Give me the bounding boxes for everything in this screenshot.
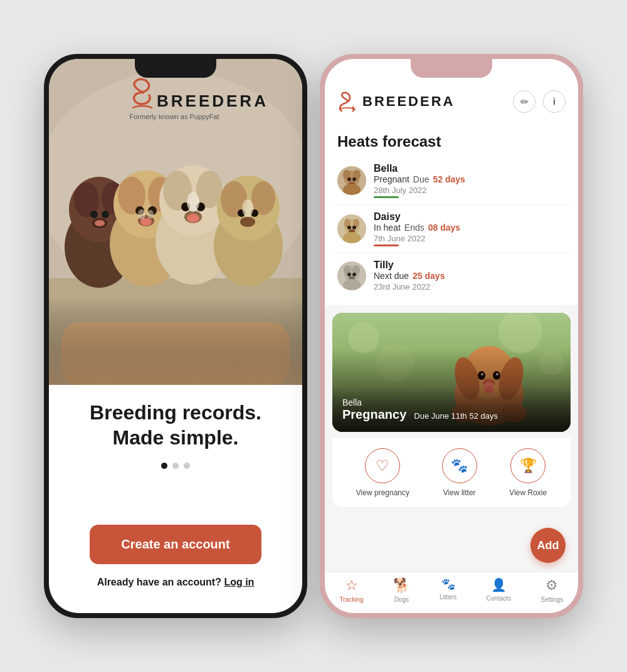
bella-name: Bella <box>374 163 566 174</box>
svg-rect-40 <box>49 297 302 385</box>
header-icons: ✏ i <box>513 90 566 113</box>
daisy-status: In heat Ends 08 days <box>374 223 566 233</box>
left-screen: BREEDERA Formerly known as PuppyFat Bree… <box>49 59 302 613</box>
notch-left <box>135 59 216 78</box>
dot-3[interactable] <box>184 463 190 469</box>
daisy-bar <box>374 244 399 246</box>
action-buttons: ♡ View pregnancy 🐾 View litter 🏆 View Ro… <box>332 438 571 507</box>
nav-settings-label: Settings <box>540 596 563 603</box>
heart-icon: ♡ <box>376 457 389 475</box>
svg-point-38 <box>240 217 255 227</box>
heat-item-tilly[interactable]: Tilly Next due 25 days 23rd June 2022 <box>332 253 571 298</box>
tilly-info: Tilly Next due 25 days 23rd June 2022 <box>374 260 566 291</box>
svg-point-56 <box>352 226 356 229</box>
create-account-button[interactable]: Create an account <box>90 525 261 564</box>
view-pregnancy-button[interactable]: ♡ View pregnancy <box>356 448 409 497</box>
svg-point-63 <box>347 273 351 276</box>
view-roxie-button[interactable]: 🏆 View Roxie <box>509 448 547 497</box>
right-phone: BREEDERA ✏ i Heats forecast <box>320 54 583 618</box>
svg-point-9 <box>90 211 98 218</box>
login-link[interactable]: Log in <box>224 577 254 587</box>
right-logo: BREEDERA <box>337 92 455 112</box>
bella-days: 52 days <box>433 174 465 184</box>
dot-2[interactable] <box>172 463 179 469</box>
card-dog-name: Bella <box>342 397 561 407</box>
heat-item-bella[interactable]: Bella Pregnant Due 52 days 28th July 202… <box>332 157 571 205</box>
litters-icon: 🐾 <box>441 577 455 591</box>
svg-point-48 <box>352 177 356 181</box>
right-logo-text: BREEDERA <box>362 93 455 110</box>
nav-dogs[interactable]: 🐕 Dogs <box>393 577 410 603</box>
svg-point-10 <box>102 211 109 218</box>
bella-pregnancy-card[interactable]: Bella Pregnancy Due June 11th 52 days <box>332 313 571 432</box>
svg-text:Formerly known as PuppyFat: Formerly known as PuppyFat <box>129 113 219 120</box>
tilly-name: Tilly <box>374 260 566 271</box>
pregnancy-icon-circle: ♡ <box>365 448 400 483</box>
tilly-days: 25 days <box>413 271 445 281</box>
settings-icon: ⚙ <box>545 577 558 594</box>
svg-point-31 <box>187 192 199 212</box>
view-pregnancy-label: View pregnancy <box>356 488 409 497</box>
view-litter-button[interactable]: 🐾 View litter <box>442 448 477 497</box>
tracking-icon: ☆ <box>345 577 358 594</box>
bottom-nav: ☆ Tracking 🐕 Dogs 🐾 Litters 👤 Contacts ⚙ <box>325 572 578 613</box>
bella-info: Bella Pregnant Due 52 days 28th July 202… <box>374 163 566 198</box>
bella-bar <box>374 196 399 198</box>
tilly-avatar <box>337 261 366 290</box>
svg-point-55 <box>347 226 351 229</box>
nav-dogs-label: Dogs <box>394 596 409 603</box>
svg-text:BREEDERA: BREEDERA <box>157 92 268 110</box>
tagline: Breeding records. Made simple. <box>90 400 261 450</box>
heat-item-daisy[interactable]: Daisy In heat Ends 08 days 7th June 2022 <box>332 205 571 253</box>
svg-point-64 <box>352 273 356 276</box>
nav-tracking-label: Tracking <box>340 596 364 603</box>
svg-point-30 <box>187 214 199 223</box>
card-status: Pregnancy <box>342 407 406 422</box>
bella-status: Pregnant Due 52 days <box>374 174 566 184</box>
breedera-logo-icon <box>337 92 357 112</box>
view-litter-label: View litter <box>443 488 476 497</box>
edit-button[interactable]: ✏ <box>513 90 535 113</box>
daisy-date: 7th June 2022 <box>374 234 566 243</box>
heats-list: Bella Pregnant Due 52 days 28th July 202… <box>325 157 578 305</box>
heats-forecast-title: Heats forecast <box>325 123 578 157</box>
roxie-icon-circle: 🏆 <box>510 448 545 483</box>
carousel-dots <box>90 463 261 469</box>
nav-settings[interactable]: ⚙ Settings <box>540 577 563 603</box>
svg-point-12 <box>95 220 105 226</box>
nav-contacts[interactable]: 👤 Contacts <box>487 577 511 603</box>
add-fab-button[interactable]: Add <box>530 528 566 563</box>
login-prompt: Already have an account? Log in <box>90 577 261 588</box>
nav-tracking[interactable]: ☆ Tracking <box>340 577 364 603</box>
tilly-status: Next due 25 days <box>374 271 566 281</box>
dot-1[interactable] <box>161 463 167 469</box>
litter-icon-circle: 🐾 <box>442 448 477 483</box>
left-phone: BREEDERA Formerly known as PuppyFat Bree… <box>44 54 307 618</box>
tilly-date: 23rd June 2022 <box>374 282 566 291</box>
daisy-days: 08 days <box>428 223 460 233</box>
add-fab-label: Add <box>537 539 559 552</box>
hero-image: BREEDERA Formerly known as PuppyFat <box>49 59 302 385</box>
nav-litters-label: Litters <box>440 594 456 601</box>
hero-bottom: Breeding records. Made simple. Create an… <box>67 385 284 613</box>
nav-litters[interactable]: 🐾 Litters <box>440 577 456 603</box>
contacts-icon: 👤 <box>491 577 507 592</box>
bella-avatar <box>337 166 366 195</box>
card-due: Due June 11th 52 days <box>414 411 498 421</box>
svg-point-21 <box>138 209 145 219</box>
right-screen: BREEDERA ✏ i Heats forecast <box>325 59 578 613</box>
notch-right <box>411 59 492 78</box>
daisy-avatar <box>337 214 366 243</box>
svg-point-47 <box>347 177 351 181</box>
info-button[interactable]: i <box>543 90 566 113</box>
svg-point-22 <box>147 210 154 219</box>
nav-contacts-label: Contacts <box>487 595 511 602</box>
bella-date: 28th July 2022 <box>374 186 566 195</box>
card-overlay: Bella Pregnancy Due June 11th 52 days <box>332 387 571 432</box>
view-roxie-label: View Roxie <box>509 488 547 497</box>
svg-point-39 <box>242 199 253 217</box>
ribbon-icon: 🏆 <box>520 458 537 474</box>
daisy-info: Daisy In heat Ends 08 days 7th June 2022 <box>374 211 566 246</box>
paw-icon: 🐾 <box>451 458 468 474</box>
dogs-icon: 🐕 <box>393 577 410 594</box>
